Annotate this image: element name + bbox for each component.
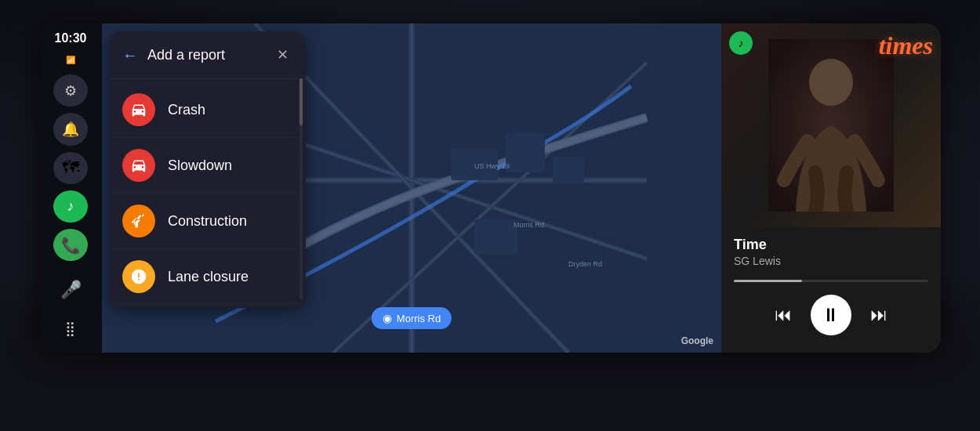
sidebar-phone-button[interactable]: 📞 — [53, 229, 88, 261]
mic-icon: 🎤 — [60, 280, 82, 300]
report-item-slowdown[interactable]: Slowdown — [110, 138, 306, 194]
slowdown-label: Slowdown — [168, 158, 232, 174]
spotify-logo: ♪ — [729, 31, 753, 55]
construction-label: Construction — [168, 213, 247, 230]
map-area: US Hwy 19 Morris Rd Dryden Rd ← Add a re… — [102, 24, 721, 353]
sidebar-mic-button[interactable]: 🎤 — [53, 273, 88, 306]
main-screen: 10:30 📶 ⚙ 🔔 🗺 ♪ 📞 🎤 ⣿ — [39, 24, 941, 353]
back-button[interactable]: ← — [122, 46, 138, 64]
maps-icon: 🗺 — [62, 158, 79, 178]
google-watermark: Google — [681, 335, 713, 346]
album-title-overlay: times — [879, 31, 933, 60]
progress-fill — [734, 280, 802, 282]
spotify-icon: ♪ — [67, 198, 74, 215]
sound-icon: 🔔 — [62, 121, 79, 138]
svg-text:US Hwy 19: US Hwy 19 — [474, 162, 510, 170]
svg-point-19 — [809, 59, 853, 106]
lane-closure-icon — [122, 260, 155, 293]
svg-rect-12 — [506, 133, 545, 172]
song-title: Time — [734, 237, 928, 253]
svg-text:Morris Rd: Morris Rd — [514, 221, 544, 229]
close-button[interactable]: ✕ — [271, 44, 293, 66]
report-dialog: ← Add a report ✕ Crash — [110, 31, 306, 308]
report-header: ← Add a report ✕ — [110, 31, 306, 79]
sidebar-settings-button[interactable]: ⚙ — [53, 74, 88, 107]
settings-icon: ⚙ — [64, 82, 77, 100]
crash-icon — [122, 93, 155, 126]
sidebar-spotify-button[interactable]: ♪ — [53, 190, 88, 223]
grid-icon: ⣿ — [65, 320, 77, 337]
report-dialog-title: Add a report — [147, 47, 262, 63]
slowdown-icon — [122, 149, 155, 182]
album-art: ♪ times — [721, 24, 941, 227]
signal-icon: 📶 — [66, 56, 75, 64]
report-item-crash[interactable]: Crash — [110, 82, 306, 138]
spotify-icon-music: ♪ — [739, 37, 744, 49]
clock: 10:30 — [55, 31, 87, 45]
music-info: Time SG Lewis — [721, 227, 941, 273]
location-icon: ◉ — [383, 312, 392, 324]
status-bar: 📶 — [66, 56, 75, 64]
crash-label: Crash — [168, 102, 205, 118]
svg-text:Dryden Rd: Dryden Rd — [568, 260, 602, 268]
sidebar-maps-button[interactable]: 🗺 — [53, 152, 88, 184]
play-pause-button[interactable]: ⏸ — [811, 295, 851, 335]
progress-bar[interactable] — [734, 280, 928, 282]
sidebar-apps-button[interactable]: ⣿ — [53, 313, 88, 345]
report-items-list: Crash Slowdown C — [110, 79, 306, 308]
report-item-lane-closure[interactable]: Lane closure — [110, 249, 306, 305]
artist-name: SG Lewis — [734, 255, 928, 267]
location-badge[interactable]: ◉ Morris Rd — [372, 307, 452, 329]
prev-button[interactable]: ⏮ — [775, 305, 792, 325]
album-art-figure — [768, 39, 894, 212]
lane-closure-label: Lane closure — [168, 269, 249, 285]
sidebar: 10:30 📶 ⚙ 🔔 🗺 ♪ 📞 🎤 ⣿ — [39, 24, 102, 353]
music-player: ♪ times — [721, 24, 941, 353]
report-item-construction[interactable]: Construction — [110, 194, 306, 249]
svg-rect-13 — [553, 157, 584, 184]
next-button[interactable]: ⏭ — [870, 305, 887, 325]
sidebar-sound-button[interactable]: 🔔 — [53, 113, 88, 145]
svg-rect-14 — [474, 219, 517, 255]
location-name: Morris Rd — [397, 313, 441, 324]
phone-icon: 📞 — [61, 236, 81, 255]
scroll-thumb — [299, 78, 303, 125]
music-controls: ⏮ ⏸ ⏭ — [721, 288, 941, 348]
construction-icon — [122, 205, 155, 237]
scrollbar[interactable] — [299, 78, 303, 300]
